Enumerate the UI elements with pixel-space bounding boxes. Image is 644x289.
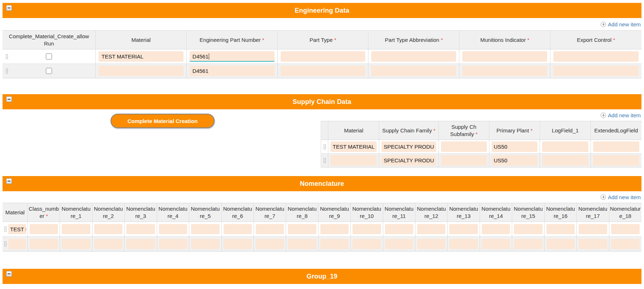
text-input[interactable]: D4561: [190, 51, 275, 62]
column-header-label: Part Type *: [310, 36, 336, 44]
text-input[interactable]: [281, 51, 366, 62]
text-input[interactable]: [353, 239, 381, 249]
text-input[interactable]: [417, 224, 445, 234]
text-input[interactable]: [94, 239, 122, 249]
text-input[interactable]: [462, 66, 547, 76]
checkbox[interactable]: [46, 53, 52, 60]
supply-chain-right-pane: Add new item MaterialSupply Chain Family…: [321, 109, 641, 167]
text-input[interactable]: [611, 239, 640, 249]
text-input[interactable]: US50: [492, 155, 537, 166]
text-input[interactable]: [542, 141, 588, 152]
column-header-label: Nomenclature_8: [287, 205, 317, 220]
column-header-label: Nomenclature_1: [61, 205, 91, 220]
text-input[interactable]: [579, 224, 607, 234]
text-input[interactable]: SPECIALTY PRODU: [381, 141, 436, 152]
text-input[interactable]: [256, 239, 284, 249]
add-new-item-link[interactable]: Add new item: [601, 112, 641, 118]
text-input[interactable]: [224, 224, 252, 234]
add-new-item-link[interactable]: Add new item: [601, 194, 641, 200]
text-input[interactable]: [385, 224, 413, 234]
text-input[interactable]: [126, 224, 155, 234]
text-input[interactable]: [482, 224, 510, 234]
column-header-label: Nomenclature_12: [416, 205, 446, 220]
column-header: Nomenclature_6: [222, 203, 254, 222]
row-cell: [254, 222, 286, 237]
text-input[interactable]: [593, 155, 639, 166]
text-input[interactable]: [371, 66, 456, 76]
add-new-item-label: Add new item: [608, 194, 641, 200]
column-header: Material: [328, 121, 379, 140]
text-input[interactable]: [30, 224, 58, 234]
text-input[interactable]: [288, 224, 316, 234]
text-input[interactable]: [514, 239, 542, 249]
text-input[interactable]: [320, 224, 349, 234]
text-input[interactable]: [191, 224, 219, 234]
text-input[interactable]: [191, 239, 219, 249]
column-header: Nomenclature_7: [254, 203, 286, 222]
row-cell: [439, 154, 489, 167]
drag-handle-icon[interactable]: [323, 158, 326, 163]
text-input[interactable]: [542, 155, 588, 166]
text-input[interactable]: [288, 239, 316, 249]
text-input[interactable]: [30, 239, 58, 249]
row-cell: TEST MATERIAL: [96, 49, 187, 64]
text-input[interactable]: [553, 66, 639, 76]
drag-handle-icon[interactable]: [5, 54, 8, 60]
add-new-item-link[interactable]: Add new item: [601, 21, 641, 27]
text-input[interactable]: [159, 239, 187, 249]
text-input[interactable]: [611, 224, 640, 234]
text-input[interactable]: [94, 224, 122, 234]
text-input[interactable]: [449, 224, 477, 234]
text-input[interactable]: [62, 224, 90, 234]
text-input[interactable]: [99, 66, 183, 76]
text-input[interactable]: [482, 239, 510, 249]
column-header: Nomenclature_3: [125, 203, 157, 222]
text-input[interactable]: [417, 239, 445, 249]
drag-handle-icon[interactable]: [4, 226, 7, 232]
drag-handle-icon[interactable]: [4, 241, 7, 247]
text-input[interactable]: [371, 51, 456, 62]
text-input[interactable]: TEST MATERIAL: [99, 51, 183, 62]
column-header: Nomenclature_2: [92, 203, 125, 222]
text-input[interactable]: [441, 155, 487, 166]
text-input[interactable]: [281, 66, 366, 76]
row-cell: [222, 237, 254, 251]
text-input[interactable]: TEST MATERIAL: [330, 141, 377, 152]
text-input[interactable]: [385, 239, 413, 249]
text-input[interactable]: [330, 155, 377, 166]
column-header-label: Material: [131, 36, 151, 44]
text-input[interactable]: [579, 239, 607, 249]
text-input[interactable]: D4561: [190, 66, 275, 76]
complete-material-creation-button[interactable]: Complete Material Creation: [111, 114, 215, 128]
text-input[interactable]: [462, 51, 547, 62]
text-input[interactable]: [353, 224, 381, 234]
row-cell: [92, 222, 125, 237]
text-input[interactable]: [546, 224, 575, 234]
text-input[interactable]: [159, 224, 187, 234]
column-header: Nomenclature_14: [480, 203, 512, 222]
row-cell: [125, 237, 157, 251]
text-input[interactable]: [224, 239, 252, 249]
drag-handle-icon[interactable]: [323, 144, 326, 150]
text-input[interactable]: [8, 239, 26, 249]
checkbox[interactable]: [46, 68, 52, 74]
column-header: Complete_Material_Create_allow Run: [3, 31, 96, 49]
text-input[interactable]: [256, 224, 284, 234]
text-input[interactable]: [593, 141, 639, 152]
text-input[interactable]: TEST MATERIAL: [8, 224, 26, 234]
text-input[interactable]: [441, 141, 487, 152]
drag-handle-icon[interactable]: [5, 68, 8, 74]
text-input[interactable]: SPECIALTY PRODU: [381, 155, 436, 166]
text-input[interactable]: [449, 239, 477, 249]
text-input[interactable]: [546, 239, 575, 249]
add-new-item-label: Add new item: [608, 21, 641, 27]
column-header-label: Export Control *: [577, 36, 615, 44]
text-input[interactable]: [62, 239, 90, 249]
text-input[interactable]: [553, 51, 639, 62]
text-input[interactable]: [320, 239, 349, 249]
row-cell: [3, 237, 28, 251]
text-input[interactable]: [126, 239, 155, 249]
text-input[interactable]: [514, 224, 542, 234]
text-input[interactable]: US50: [492, 141, 537, 152]
column-header-label: Nomenclature_9: [319, 205, 350, 220]
